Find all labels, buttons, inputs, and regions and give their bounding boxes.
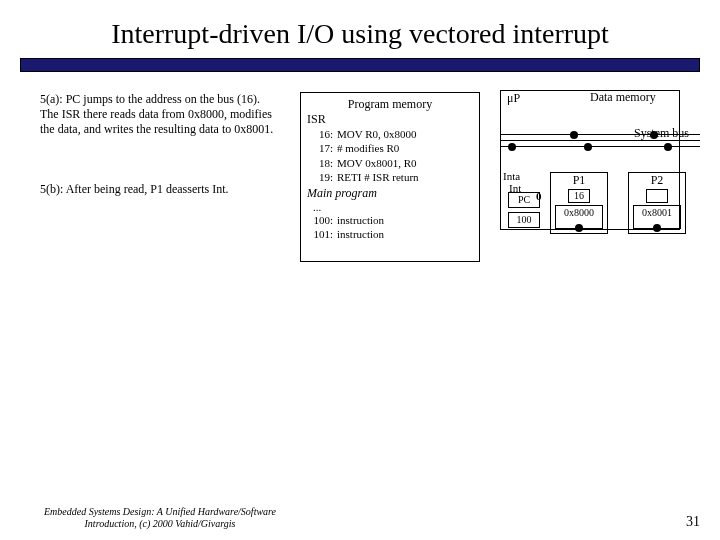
isr-line-18: 18:MOV 0x8001, R0 <box>307 156 473 170</box>
desc-5a: 5(a): PC jumps to the address on the bus… <box>40 92 280 137</box>
slide-title: Interrupt-driven I/O using vectored inte… <box>0 0 720 54</box>
content-area: 5(a): PC jumps to the address on the bus… <box>0 72 720 92</box>
p2-addr-cell <box>646 189 668 203</box>
main-program-label: Main program <box>307 186 473 201</box>
main-line-101: 101:instruction <box>307 227 473 241</box>
p1-addr-cell: 16 <box>568 189 590 203</box>
title-rule <box>20 58 700 72</box>
p2-dot-icon <box>653 224 661 232</box>
isr-line-19: 19:RETI # ISR return <box>307 170 473 184</box>
slide-footer: Embedded Systems Design: A Unified Hardw… <box>20 506 700 530</box>
page-number: 31 <box>686 514 700 530</box>
pc-box: PC <box>508 192 540 208</box>
p1-val-cell: 0x8000 <box>555 205 603 229</box>
p1-label: P1 <box>551 173 607 188</box>
inta-label: Inta <box>503 170 520 182</box>
bus-dot-icon <box>650 131 658 139</box>
bus-dot-icon <box>570 131 578 139</box>
ellipsis-1: ... <box>307 201 473 213</box>
cpu-label: μP <box>507 91 520 106</box>
bus-dot-icon <box>584 143 592 151</box>
pc-value-box: 100 <box>508 212 540 228</box>
system-bus-lines <box>500 134 700 164</box>
progmem-header: Program memory <box>307 97 473 112</box>
isr-label: ISR <box>307 112 473 127</box>
footer-book-citation: Embedded Systems Design: A Unified Hardw… <box>20 506 300 530</box>
peripheral-p1: P1 16 0x8000 <box>550 172 608 234</box>
isr-line-17: 17:# modifies R0 <box>307 141 473 155</box>
peripheral-p2: P2 0x8001 <box>628 172 686 234</box>
main-line-100: 100:instruction <box>307 213 473 227</box>
desc-5b: 5(b): After being read, P1 deasserts Int… <box>40 182 280 197</box>
isr-line-16: 16:MOV R0, 0x8000 <box>307 127 473 141</box>
bus-dot-icon <box>508 143 516 151</box>
bus-dot-icon <box>664 143 672 151</box>
data-memory-label: Data memory <box>590 90 656 105</box>
p2-label: P2 <box>629 173 685 188</box>
p1-dot-icon <box>575 224 583 232</box>
program-memory-box: Program memory ISR 16:MOV R0, 0x8000 17:… <box>300 92 480 262</box>
p2-val-cell: 0x8001 <box>633 205 681 229</box>
